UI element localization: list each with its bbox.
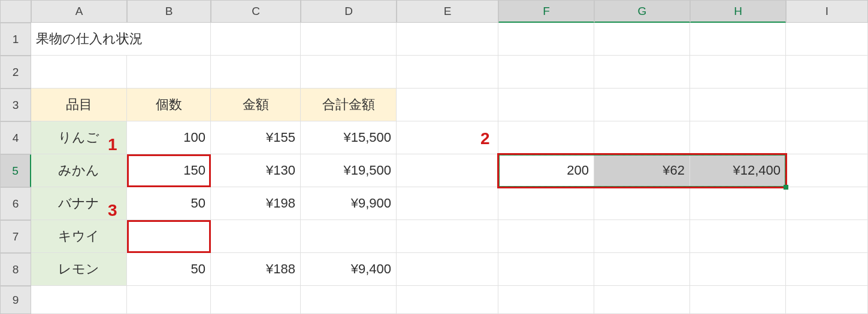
cell-F3[interactable] [498,89,594,121]
row-header-2[interactable]: 2 [0,56,31,89]
col-header-B[interactable]: B [127,0,211,23]
cell-F1[interactable] [498,23,594,56]
col-header-E[interactable]: E [397,0,498,23]
cell-H7[interactable] [690,220,786,253]
cell-D1[interactable] [301,23,397,56]
cell-A9[interactable] [31,286,127,314]
col-header-C[interactable]: C [211,0,301,23]
cell-A6[interactable]: バナナ [31,187,127,220]
selectall-corner[interactable] [0,0,31,23]
col-header-F[interactable]: F [498,0,594,23]
cell-D5[interactable]: ¥19,500 [301,154,397,187]
col-header-G[interactable]: G [594,0,690,23]
row-header-4[interactable]: 4 [0,121,31,154]
cell-A3[interactable]: 品目 [31,89,127,121]
cell-A8[interactable]: レモン [31,253,127,286]
cell-H3[interactable] [690,89,786,121]
cell-B5[interactable]: 150 [127,154,211,187]
cell-D3[interactable]: 合計金額 [301,89,397,121]
row-header-6[interactable]: 6 [0,187,31,220]
cell-H9[interactable] [690,286,786,314]
cell-C5[interactable]: ¥130 [211,154,301,187]
row-header-8[interactable]: 8 [0,253,31,286]
cell-E8[interactable] [397,253,498,286]
col-header-H[interactable]: H [690,0,786,23]
cell-C6[interactable]: ¥198 [211,187,301,220]
cell-D9[interactable] [301,286,397,314]
cell-B2[interactable] [127,56,211,89]
cell-A1[interactable]: 果物の仕入れ状況 [31,23,211,56]
cell-H2[interactable] [690,56,786,89]
cell-B9[interactable] [127,286,211,314]
cell-H6[interactable] [690,187,786,220]
cell-I7[interactable] [786,220,868,253]
cell-A2[interactable] [31,56,127,89]
row-header-9[interactable]: 9 [0,286,31,314]
cell-F7[interactable] [498,220,594,253]
col-header-A[interactable]: A [31,0,127,23]
cell-E2[interactable] [397,56,498,89]
cell-G3[interactable] [594,89,690,121]
cell-D6[interactable]: ¥9,900 [301,187,397,220]
row-header-1[interactable]: 1 [0,23,31,56]
cell-C4[interactable]: ¥155 [211,121,301,154]
cell-B3[interactable]: 個数 [127,89,211,121]
cell-B6[interactable]: 50 [127,187,211,220]
col-header-D[interactable]: D [301,0,397,23]
cell-I8[interactable] [786,253,868,286]
cell-F2[interactable] [498,56,594,89]
cell-I2[interactable] [786,56,868,89]
cell-H5[interactable]: ¥12,400 [690,154,786,187]
cell-C9[interactable] [211,286,301,314]
cell-I6[interactable] [786,187,868,220]
cell-D2[interactable] [301,56,397,89]
cell-C3[interactable]: 金額 [211,89,301,121]
cell-D7[interactable] [301,220,397,253]
cell-C2[interactable] [211,56,301,89]
cell-I5[interactable] [786,154,868,187]
cell-E3[interactable] [397,89,498,121]
cell-I1[interactable] [786,23,868,56]
cell-B4[interactable]: 100 [127,121,211,154]
cell-B8[interactable]: 50 [127,253,211,286]
cell-G5[interactable]: ¥62 [594,154,690,187]
cell-E4[interactable] [397,121,498,154]
cell-F6[interactable] [498,187,594,220]
cell-F9[interactable] [498,286,594,314]
cell-E1[interactable] [397,23,498,56]
spreadsheet-grid[interactable]: A B C D E F G H I 1 2 3 4 5 6 7 8 9 果物の仕… [0,0,868,314]
cell-H4[interactable] [690,121,786,154]
cell-A7[interactable]: キウイ [31,220,127,253]
cell-F5[interactable]: 200 [498,154,594,187]
cell-G8[interactable] [594,253,690,286]
cell-H1[interactable] [690,23,786,56]
cell-D8[interactable]: ¥9,400 [301,253,397,286]
cell-E9[interactable] [397,286,498,314]
cell-D4[interactable]: ¥15,500 [301,121,397,154]
cell-E5[interactable] [397,154,498,187]
cell-B7[interactable] [127,220,211,253]
cell-F4[interactable] [498,121,594,154]
cell-G1[interactable] [594,23,690,56]
cell-E7[interactable] [397,220,498,253]
cell-I4[interactable] [786,121,868,154]
cell-C1[interactable] [211,23,301,56]
cell-G4[interactable] [594,121,690,154]
cell-E6[interactable] [397,187,498,220]
cell-H8[interactable] [690,253,786,286]
cell-C7[interactable] [211,220,301,253]
cell-F8[interactable] [498,253,594,286]
col-header-I[interactable]: I [786,0,868,23]
row-header-3[interactable]: 3 [0,89,31,121]
cell-G6[interactable] [594,187,690,220]
row-header-7[interactable]: 7 [0,220,31,253]
cell-I9[interactable] [786,286,868,314]
cell-G7[interactable] [594,220,690,253]
cell-I3[interactable] [786,89,868,121]
row-header-5[interactable]: 5 [0,154,31,187]
cell-A4[interactable]: りんご [31,121,127,154]
cell-A5[interactable]: みかん [31,154,127,187]
cell-G2[interactable] [594,56,690,89]
cell-C8[interactable]: ¥188 [211,253,301,286]
cell-G9[interactable] [594,286,690,314]
